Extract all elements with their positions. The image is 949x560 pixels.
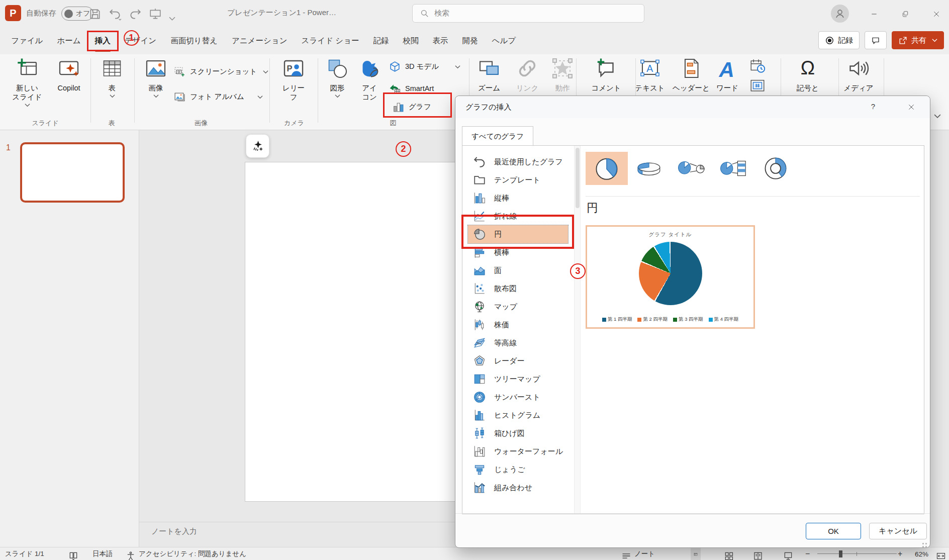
- ribbon-tab[interactable]: スライド ショー: [295, 28, 366, 54]
- table-button[interactable]: 表: [96, 56, 129, 98]
- ribbon-tab[interactable]: 挿入: [88, 28, 118, 54]
- redo-icon[interactable]: [129, 8, 142, 21]
- photo-album-button[interactable]: フォト アルバム: [173, 90, 263, 103]
- symbols-button[interactable]: Ω 記号と: [790, 56, 825, 92]
- zoom-slider-thumb[interactable]: [839, 550, 842, 557]
- undo-icon[interactable]: [109, 8, 122, 21]
- chart-type-item[interactable]: マップ: [468, 298, 568, 316]
- date-time-icon[interactable]: [749, 57, 766, 74]
- notes-placeholder[interactable]: ノートを入力: [151, 527, 197, 536]
- pie-subtype-doughnut[interactable]: [754, 152, 797, 185]
- chart-type-item[interactable]: 箱ひげ図: [468, 424, 568, 442]
- chart-type-item[interactable]: レーダー: [468, 352, 568, 370]
- pie-subtype-barofpie[interactable]: [712, 152, 754, 185]
- ribbon-tab[interactable]: ヘルプ: [485, 28, 523, 54]
- textbox-button[interactable]: A テキスト: [631, 56, 669, 92]
- zoom-slider-track[interactable]: [817, 553, 897, 554]
- cancel-button[interactable]: キャンセル: [869, 523, 927, 539]
- chart-type-item[interactable]: ヒストグラム: [468, 406, 568, 424]
- slide-thumbnail[interactable]: [20, 142, 125, 203]
- quick-access-chevron-icon[interactable]: [169, 12, 175, 25]
- chart-button[interactable]: グラフ: [392, 101, 431, 113]
- search-input[interactable]: 検索: [412, 4, 644, 23]
- start-presentation-icon[interactable]: [149, 8, 162, 21]
- ribbon-tab[interactable]: 校閲: [396, 28, 426, 54]
- ribbon-tab[interactable]: アニメーション: [225, 28, 295, 54]
- dialog-close-button[interactable]: [906, 102, 917, 113]
- language-status[interactable]: 日本語: [92, 547, 113, 560]
- pie-subtype-pie3d[interactable]: [628, 152, 670, 185]
- chart-type-item[interactable]: じょうご: [468, 460, 568, 479]
- shapes-button[interactable]: 図形: [321, 56, 354, 98]
- pie-subtype-pie2d[interactable]: [586, 152, 628, 185]
- new-slide-button[interactable]: 新しい スライド: [5, 56, 49, 107]
- chart-type-item[interactable]: 折れ線: [468, 207, 568, 225]
- zoom-out-button[interactable]: −: [805, 547, 810, 560]
- designer-button[interactable]: [246, 134, 269, 158]
- chart-type-item[interactable]: サンバースト: [468, 388, 568, 406]
- ribbon-tab[interactable]: 開発: [455, 28, 485, 54]
- reading-view-button[interactable]: [753, 549, 763, 560]
- wordart-button[interactable]: A ワード: [712, 56, 743, 92]
- notes-divider[interactable]: [139, 522, 455, 522]
- notes-toggle-button[interactable]: ノート: [634, 547, 655, 560]
- comment-button[interactable]: コメント: [586, 56, 626, 92]
- ribbon-tab[interactable]: デザイン: [118, 28, 163, 54]
- smartart-button[interactable]: SmartArt: [389, 82, 434, 95]
- share-button[interactable]: 共有: [892, 31, 944, 49]
- pie-chart: [639, 242, 702, 305]
- fit-to-window-icon[interactable]: [936, 549, 946, 560]
- ok-button[interactable]: OK: [806, 523, 861, 539]
- save-icon[interactable]: [88, 8, 102, 21]
- chart-preview-card[interactable]: グラフ タイトル 第 1 四半期第 2 四半期第 3 四半期第 4 四半期: [586, 225, 755, 329]
- spellcheck-icon[interactable]: [68, 549, 78, 560]
- ribbon-tab[interactable]: ホーム: [50, 28, 87, 54]
- ribbon-tab[interactable]: 画面切り替え: [163, 28, 225, 54]
- zoom-button[interactable]: ズーム: [471, 56, 507, 92]
- ribbon-tab[interactable]: 表示: [426, 28, 455, 54]
- list-scrollbar[interactable]: [574, 146, 581, 514]
- chart-type-item[interactable]: 縦棒: [468, 189, 568, 207]
- resize-grip[interactable]: [925, 543, 927, 544]
- chart-type-item[interactable]: 散布図: [468, 279, 568, 298]
- chart-type-item[interactable]: 等高線: [468, 334, 568, 352]
- zoom-level[interactable]: 62%: [915, 547, 928, 560]
- chart-type-item[interactable]: 横棒: [468, 243, 568, 261]
- zoom-in-button[interactable]: +: [898, 547, 902, 560]
- minimize-button[interactable]: [867, 7, 881, 21]
- ribbon-tab[interactable]: 記録: [366, 28, 396, 54]
- picture-button[interactable]: 画像: [140, 56, 172, 98]
- slide-number-icon[interactable]: [749, 77, 766, 95]
- dialog-help-button[interactable]: ?: [868, 102, 879, 113]
- chart-type-item[interactable]: 円: [468, 225, 568, 243]
- cameo-button[interactable]: P レリー フ: [275, 56, 312, 102]
- slide-sorter-view-button[interactable]: [724, 549, 734, 560]
- legend-swatch: [602, 318, 606, 322]
- record-button[interactable]: 記録: [818, 31, 860, 49]
- media-button[interactable]: メディア: [840, 56, 877, 92]
- normal-view-button[interactable]: [691, 548, 701, 560]
- pie-subtype-pieofpie[interactable]: [670, 152, 712, 185]
- chart-type-item[interactable]: テンプレート: [468, 171, 568, 189]
- avatar[interactable]: [831, 5, 849, 23]
- chart-type-item[interactable]: 面: [468, 261, 568, 279]
- accessibility-status[interactable]: アクセシビリティ: 問題ありません: [139, 547, 246, 560]
- 3d-models-button[interactable]: 3D モデル: [389, 60, 460, 73]
- chart-type-item[interactable]: 最近使用したグラフ: [468, 153, 568, 171]
- slideshow-view-button[interactable]: [783, 549, 793, 560]
- chart-type-item[interactable]: 株価: [468, 316, 568, 334]
- ribbon-tab[interactable]: ファイル: [4, 28, 50, 54]
- screenshot-button[interactable]: スクリーンショット: [173, 65, 268, 78]
- header-footer-button[interactable]: ヘッダーと: [671, 56, 712, 92]
- copilot-button[interactable]: Copilot: [50, 56, 87, 92]
- chart-type-item[interactable]: ツリーマップ: [468, 370, 568, 388]
- collapse-ribbon-icon[interactable]: [934, 114, 941, 119]
- chart-type-item[interactable]: 組み合わせ: [468, 479, 568, 497]
- tab-all-charts[interactable]: すべてのグラフ: [462, 126, 533, 146]
- chart-type-item[interactable]: ウォーターフォール: [468, 442, 568, 460]
- comments-button[interactable]: [865, 31, 887, 49]
- close-button[interactable]: [929, 7, 943, 21]
- waterfall-chart-icon: [473, 445, 486, 458]
- icons-button[interactable]: アイ コン: [355, 56, 384, 102]
- maximize-button[interactable]: [898, 7, 912, 21]
